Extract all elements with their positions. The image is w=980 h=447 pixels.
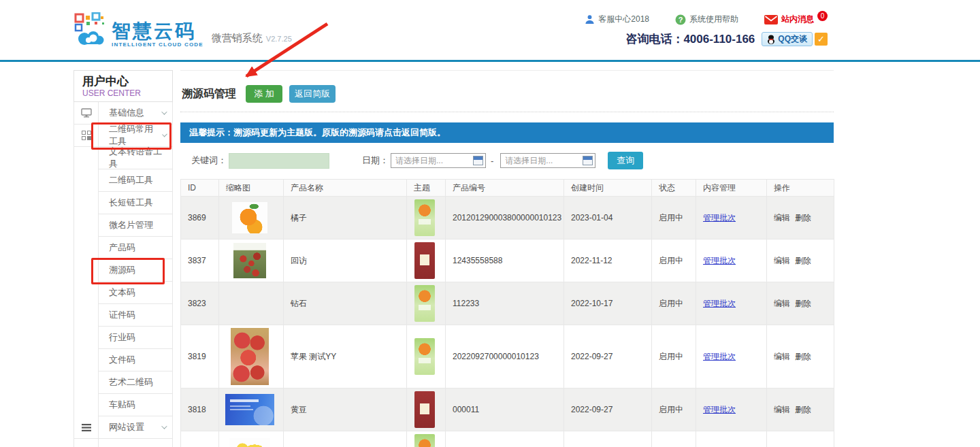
col-theme: 主题	[407, 180, 446, 197]
sidebar-item-qr-tool[interactable]: 二维码工具	[74, 169, 172, 192]
query-button[interactable]: 查询	[608, 152, 643, 169]
calendar-icon[interactable]	[583, 156, 593, 165]
cell-product-name: 回访	[284, 239, 407, 282]
cell-created: 2022-09-27	[564, 325, 652, 388]
cell-created: 2023-01-04	[564, 197, 652, 239]
cell-thumbnail	[219, 325, 284, 388]
cell-actions: 编辑删除	[767, 325, 834, 388]
edit-link[interactable]: 编辑	[774, 299, 790, 308]
logo: 智慧云码 INTELLIGENT CLOUD CODE 微营销系统V2.7.25	[74, 12, 292, 48]
product-thumbnail-berries	[233, 243, 266, 278]
system-name: 微营销系统	[212, 32, 263, 44]
sidebar-item-cert-code[interactable]: 证件码	[74, 304, 172, 327]
cell-created: 2022-10-17	[564, 282, 652, 325]
brand-subtitle: INTELLIGENT CLOUD CODE	[112, 42, 203, 48]
manage-batch-link[interactable]: 管理批次	[703, 405, 736, 414]
table-row: 3818黄豆0000112022-09-27启用中管理批次编辑删除	[181, 388, 834, 431]
manage-batch-link[interactable]: 管理批次	[703, 352, 736, 361]
add-button[interactable]: 添 加	[246, 85, 282, 103]
theme-poster-green	[414, 199, 435, 236]
sidebar-item-product-code[interactable]: 产品码	[74, 237, 172, 259]
sidebar-item-industry-code[interactable]: 行业码	[74, 327, 172, 349]
back-simple-button[interactable]: 返回简版	[289, 85, 336, 103]
cell-status: 启用中	[652, 325, 696, 388]
cell-theme	[407, 197, 446, 239]
date-from-input[interactable]	[391, 153, 486, 168]
sidebar-item-label: 车贴码	[99, 394, 172, 416]
sidebar-icon-spacer	[74, 259, 99, 282]
cell-content-manage: 管理批次	[696, 388, 767, 431]
sidebar-icon-spacer	[74, 371, 99, 394]
sidebar-item-trace-code[interactable]: 溯源码	[74, 259, 172, 282]
search-bar: 关键词： 日期： - 查询	[180, 152, 834, 169]
qr-grid-icon	[74, 125, 99, 147]
cell-thumbnail	[219, 282, 284, 325]
sidebar-item-car-sticker[interactable]: 车贴码	[74, 394, 172, 416]
date-to-input[interactable]	[500, 153, 595, 168]
sidebar-title: 用户中心	[82, 74, 172, 88]
page-title: 溯源码管理	[182, 87, 236, 101]
col-content-manage: 内容管理	[696, 180, 767, 197]
qq-penguin-icon	[767, 35, 775, 44]
qq-chat-button[interactable]: QQ交谈	[762, 32, 813, 46]
col-created: 创建时间	[564, 180, 652, 197]
cell-id: 3869	[181, 197, 219, 239]
cell-product-name: 苹果 测试YY	[284, 325, 407, 388]
sidebar-item-label: 网站设置	[99, 416, 172, 439]
main-panel: 溯源码管理 添 加 返回简版 温馨提示：溯源码更新为主题版。原版的溯源码请点击返…	[180, 70, 834, 447]
cell-created: 2022-09-27	[564, 388, 652, 431]
product-thumbnail-bananas	[229, 438, 270, 447]
cell-theme	[407, 239, 446, 282]
cell-product-name: 钻石	[284, 282, 407, 325]
sidebar-item-short-link[interactable]: 长短链工具	[74, 192, 172, 214]
sidebar-item-text-to-speech[interactable]: 文本转语音工具	[74, 147, 172, 169]
manage-batch-link[interactable]: 管理批次	[703, 256, 736, 265]
sidebar-item-site-settings[interactable]: 网站设置	[74, 416, 172, 439]
messages-link[interactable]: 站内消息 0	[764, 14, 828, 25]
delete-link[interactable]: 删除	[795, 352, 811, 361]
sidebar-icon-spacer	[74, 327, 99, 349]
sidebar-item-label: 文件码	[99, 349, 172, 371]
manage-batch-link[interactable]: 管理批次	[703, 213, 736, 222]
sidebar-item-art-qr[interactable]: 艺术二维码	[74, 371, 172, 394]
keyword-input[interactable]	[229, 153, 329, 169]
sidebar-item-label: 文本转语音工具	[99, 147, 172, 169]
cell-content-manage: 管理批次	[696, 239, 767, 282]
question-icon: ?	[675, 14, 686, 25]
cell-theme	[407, 282, 446, 325]
sidebar-item-basic-info[interactable]: 基础信息	[74, 102, 172, 125]
edit-link[interactable]: 编辑	[774, 256, 790, 265]
sidebar-item-text-code[interactable]: 文本码	[74, 282, 172, 304]
top-header: 智慧云码 INTELLIGENT CLOUD CODE 微营销系统V2.7.25…	[0, 0, 980, 60]
sidebar-item-qr-tools[interactable]: 二维码常用工具	[74, 125, 172, 147]
edit-link[interactable]: 编辑	[774, 213, 790, 222]
calendar-icon[interactable]	[473, 156, 483, 165]
sidebar-item-label: 文本码	[99, 282, 172, 304]
cell-content-manage: 管理批次	[696, 197, 767, 239]
menu-icon	[74, 416, 99, 439]
sidebar-item-file-code[interactable]: 文件码	[74, 349, 172, 371]
delete-link[interactable]: 删除	[795, 299, 811, 308]
user-account-link[interactable]: 客服中心2018	[585, 14, 649, 25]
delete-link[interactable]: 删除	[795, 405, 811, 414]
col-thumbnail: 缩略图	[219, 180, 284, 197]
qq-verified-icon: ✓	[815, 33, 828, 46]
delete-link[interactable]: 删除	[795, 213, 811, 222]
sidebar-item-micro-card[interactable]: 微名片管理	[74, 214, 172, 237]
cell-status: 启用中	[652, 388, 696, 431]
cell-product-code: 201201290003800000010123	[446, 197, 564, 239]
sidebar: 用户中心 USER CENTER 基础信息二维码常用工具文本转语音工具二维码工具…	[74, 70, 173, 447]
manage-batch-link[interactable]: 管理批次	[703, 299, 736, 308]
cell-created: 2022-11-12	[564, 239, 652, 282]
sidebar-icon-spacer	[74, 349, 99, 371]
cell-actions: 编辑删除	[767, 197, 834, 239]
edit-link[interactable]: 编辑	[774, 352, 790, 361]
help-link[interactable]: ? 系统使用帮助	[675, 14, 738, 25]
cell-thumbnail	[219, 431, 284, 447]
sidebar-icon-spacer	[74, 147, 99, 169]
delete-link[interactable]: 删除	[795, 256, 811, 265]
cell-product-code: 000011	[446, 388, 564, 431]
date-label: 日期：	[362, 154, 389, 167]
sidebar-item-label: 行业码	[99, 327, 172, 349]
edit-link[interactable]: 编辑	[774, 405, 790, 414]
